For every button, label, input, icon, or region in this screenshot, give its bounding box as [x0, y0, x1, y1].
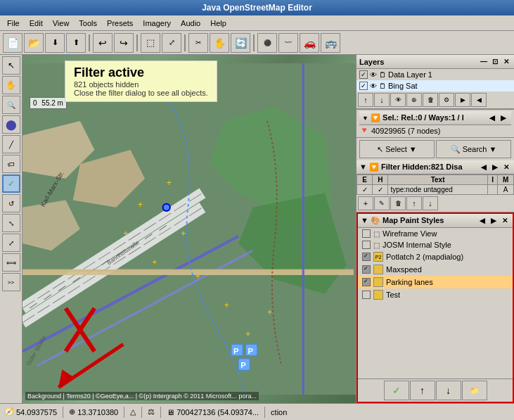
upload-button[interactable]: ⬆ — [66, 33, 86, 53]
paint-item-parking[interactable]: ✓ Parking lanes — [358, 276, 513, 288]
search-button[interactable]: 🔍 Search ▼ — [436, 140, 511, 158]
layer-less-btn[interactable]: ◀ — [471, 93, 487, 107]
menu-file[interactable]: File — [3, 18, 24, 29]
refresh-button[interactable]: 🔄 — [231, 33, 250, 53]
josm-checkbox[interactable] — [362, 241, 371, 249]
layer-bing-label: Bing Sat — [388, 82, 418, 90]
paint-item-josm[interactable]: ⬚ JOSM Internal Style — [358, 239, 513, 250]
parallel-tool[interactable]: ⟺ — [2, 253, 20, 272]
bus-button[interactable]: 🚌 — [321, 33, 340, 53]
scale-tool[interactable]: ⤡ — [2, 214, 20, 232]
layer-bing-visibility[interactable]: 👁 — [370, 82, 377, 90]
wireframe-checkbox[interactable] — [362, 229, 371, 238]
node-id: 40929965 (7 nodes) — [371, 127, 440, 135]
filter-next-icon[interactable]: ▶ — [490, 163, 500, 172]
pan-button[interactable]: ✋ — [210, 33, 229, 53]
tag-tool[interactable]: 🏷 — [2, 155, 20, 173]
node-status-icon: 🖥 — [167, 408, 174, 416]
menu-tools[interactable]: Tools — [75, 18, 101, 29]
delete-tool[interactable]: ✓ — [2, 174, 20, 193]
test-checkbox[interactable] — [362, 291, 371, 299]
paint-next-icon[interactable]: ▶ — [489, 216, 499, 226]
paint-folder-btn[interactable]: 📁 — [462, 381, 487, 400]
layer-data-visibility[interactable]: 👁 — [370, 71, 377, 79]
maxspeed-checkbox[interactable]: ✓ — [362, 265, 371, 274]
open-button[interactable]: 📂 — [24, 33, 44, 53]
filter-close-icon[interactable]: ✕ — [501, 163, 511, 172]
filter-delete-btn[interactable]: 🗑 — [390, 196, 406, 210]
filter-up-btn[interactable]: ↑ — [406, 196, 422, 210]
lasso-button[interactable]: ✂ — [188, 33, 208, 53]
undo-button[interactable]: ↩ — [93, 33, 113, 53]
layer-more-btn[interactable]: ▶ — [455, 93, 470, 107]
layer-down-btn[interactable]: ↓ — [374, 93, 390, 107]
filter-down-btn[interactable]: ↓ — [423, 196, 438, 210]
paint-item-test[interactable]: Test — [358, 288, 513, 301]
paint-item-wireframe[interactable]: ⬚ Wireframe View — [358, 228, 513, 239]
filter-prev-icon[interactable]: ◀ — [479, 163, 489, 172]
menu-view[interactable]: View — [49, 18, 74, 29]
layer-data-checkbox[interactable]: ✓ — [359, 70, 368, 79]
download-button[interactable]: ⬇ — [45, 33, 65, 53]
paint-confirm-btn[interactable]: ✓ — [384, 381, 409, 400]
sel-prev-icon[interactable]: ◀ — [487, 113, 497, 123]
rotate-tool[interactable]: ↺ — [2, 194, 20, 212]
menu-edit[interactable]: Edit — [25, 18, 47, 29]
zoom-window-button[interactable]: ⬚ — [141, 33, 160, 53]
filter-add-btn[interactable]: + — [358, 196, 373, 210]
add-node-tool[interactable]: ⬤ — [2, 115, 20, 134]
layer-delete-btn[interactable]: 🗑 — [423, 93, 438, 107]
layer-settings-btn[interactable]: ⚙ — [439, 93, 454, 107]
add-way-tool[interactable]: ╱ — [2, 135, 20, 153]
select-button[interactable]: ↖ Select ▼ — [359, 140, 435, 158]
status-sep1 — [63, 407, 63, 418]
layer-up-btn[interactable]: ↑ — [358, 93, 373, 107]
select-tool[interactable]: ↖ — [2, 56, 20, 75]
layer-bing-icon: 🗒 — [379, 82, 386, 90]
status-lon: 🧭 54.0937575 — [4, 407, 57, 416]
status-sep3 — [141, 407, 142, 418]
more-tools[interactable]: >> — [2, 273, 20, 291]
sel-next-icon[interactable]: ▶ — [499, 113, 508, 123]
layers-section: Layers — ⊡ ✕ ✓ 👁 🗒 Data Layer 1 ✓ 👁 🗒 Bi… — [356, 55, 514, 110]
new-button[interactable]: 📄 — [3, 33, 23, 53]
map-canvas[interactable]: + + + + + + + + + P P P Karl-Marx-Str. B… — [23, 55, 356, 403]
potlatch-checkbox[interactable]: ✓ — [362, 253, 371, 261]
svg-text:+: + — [267, 307, 272, 317]
paint-up-btn[interactable]: ↑ — [410, 381, 435, 400]
menu-imagery[interactable]: Imagery — [139, 18, 175, 29]
filter-edit-btn[interactable]: ✎ — [374, 196, 390, 210]
node-button[interactable]: ⚫ — [257, 33, 277, 53]
car-button[interactable]: 🚗 — [300, 33, 319, 53]
filter-hidden-count: 821 objects hidden — [74, 80, 208, 89]
latitude-value: 13.3710380 — [77, 408, 118, 416]
layers-minimize-icon[interactable]: — — [479, 57, 489, 67]
filter-title: Filter active — [74, 65, 208, 80]
filter-row-0[interactable]: ✓ ✓ type:node untagged A — [357, 185, 514, 195]
redo-button[interactable]: ↪ — [114, 33, 134, 53]
layer-bing-checkbox[interactable]: ✓ — [359, 82, 368, 90]
layer-merge-btn[interactable]: ⊕ — [406, 93, 422, 107]
layer-eye-btn[interactable]: 👁 — [390, 93, 406, 107]
layer-data-lock-icon: 🗒 — [379, 71, 386, 79]
menu-presets[interactable]: Presets — [103, 18, 137, 29]
status-sep5 — [264, 407, 265, 418]
paint-item-maxspeed[interactable]: ✓ Maxspeed — [358, 263, 513, 276]
pan-tool[interactable]: ✋ — [2, 76, 20, 94]
menu-help[interactable]: Help — [206, 18, 231, 29]
potlatch-label: Potlatch 2 (mapdialog) — [386, 253, 463, 261]
layers-detach-icon[interactable]: ⊡ — [490, 57, 500, 67]
paint-close-icon[interactable]: ✕ — [500, 216, 510, 226]
menu-audio[interactable]: Audio — [176, 18, 205, 29]
zoom-history-button[interactable]: ⤢ — [162, 33, 181, 53]
selection-title: ▼ 🔽 Sel.: Rel.:0 / Ways:1 / l — [362, 113, 464, 122]
layers-close-icon[interactable]: ✕ — [501, 57, 511, 67]
paint-down-btn[interactable]: ↓ — [436, 381, 461, 400]
parking-checkbox[interactable]: ✓ — [362, 278, 371, 286]
paint-prev-icon[interactable]: ◀ — [477, 216, 487, 226]
paint-item-potlatch[interactable]: ✓ P2 Potlatch 2 (mapdialog) — [358, 250, 513, 263]
way-button[interactable]: 〰 — [278, 33, 298, 53]
toolbar-sep4 — [253, 34, 255, 51]
extrude-tool[interactable]: ⤢ — [2, 234, 20, 252]
zoom-tool[interactable]: 🔍 — [2, 96, 20, 114]
